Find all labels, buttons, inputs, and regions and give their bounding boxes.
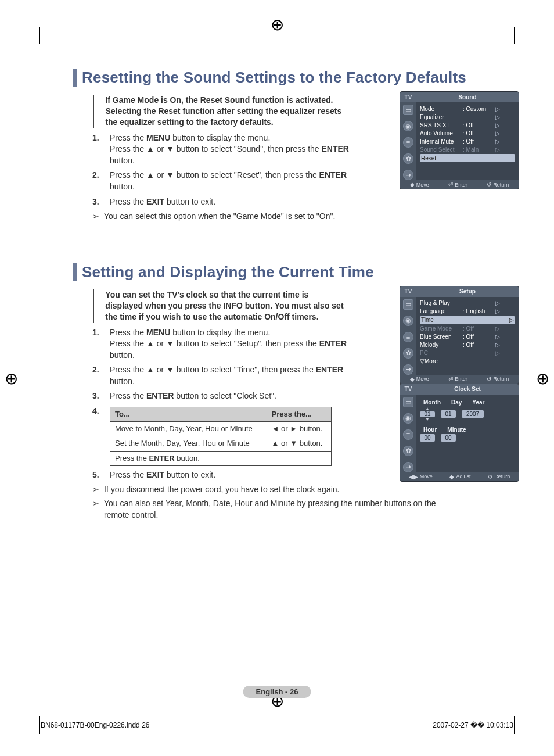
step-number: 1. xyxy=(92,327,110,361)
step-text: Press the EXIT button to exit. xyxy=(110,196,496,208)
clock-label-hour: Hour xyxy=(423,427,437,433)
note-text: If you disconnect the power cord, you ha… xyxy=(104,484,496,496)
note-icon: ➣ xyxy=(92,211,104,223)
osd-icon-column: ▭ ◉ ≡ ✿ ➜ xyxy=(400,297,416,375)
osd-title: Setup xyxy=(416,288,519,295)
clock-label-year: Year xyxy=(472,399,484,406)
osd-title: Clock Set xyxy=(416,386,519,392)
print-footer: BN68-01177B-00Eng-0226.indd 26 2007-02-2… xyxy=(41,721,513,729)
osd-title: Sound xyxy=(416,94,519,101)
osd-row: Equalizer▷ xyxy=(420,113,515,121)
table-header-row: To... Press the... xyxy=(110,407,332,422)
note-row: ➣ If you disconnect the power cord, you … xyxy=(92,484,496,496)
osd-row-more: ▽More xyxy=(420,357,515,366)
heading-accent xyxy=(73,69,77,87)
osd-tv-label: TV xyxy=(400,288,416,295)
step-number: 3. xyxy=(92,390,110,402)
clock-values-row: 00 00 xyxy=(420,434,515,442)
table-row: Press the ENTER button. xyxy=(110,451,332,465)
step-number: 3. xyxy=(92,196,110,208)
osd-list: Plug & Play▷ Language: English▷ Time▷ Ga… xyxy=(416,297,519,375)
osd-row: Mode: Custom▷ xyxy=(420,105,515,113)
osd-foot-move: ◆Move xyxy=(410,376,429,382)
osd-list: Mode: Custom▷ Equalizer▷ SRS TS XT: Off▷… xyxy=(416,102,519,180)
enter-icon: ⏎ xyxy=(448,181,453,188)
return-icon: ↺ xyxy=(487,181,491,188)
table-row: Move to Month, Day, Year, Hou or Minute … xyxy=(110,422,332,436)
section-heading: Setting and Displaying the Current Time xyxy=(73,263,496,281)
crop-line xyxy=(39,27,40,44)
clock-value-year: 2007 xyxy=(462,410,484,418)
clock-values-row: ▲01▼ 01 2007 xyxy=(420,407,515,422)
page-number-pill: English - 26 xyxy=(243,686,311,698)
osd-foot-enter: ⏎Enter xyxy=(448,376,467,382)
osd-icon-column: ▭ ◉ ≡ ✿ ➜ xyxy=(400,395,416,472)
note-icon: ➣ xyxy=(92,484,104,496)
osd-row-selected: Time▷ xyxy=(420,316,515,324)
channel-icon: ≡ xyxy=(403,429,413,440)
clock-label-minute: Minute xyxy=(447,427,466,433)
note-text: You can also set Year, Month, Date, Hour… xyxy=(104,498,496,521)
osd-clock-menu: TV Clock Set ▭ ◉ ≡ ✿ ➜ Month Day Year xyxy=(400,384,519,482)
osd-header: TV Sound xyxy=(400,92,519,102)
clock-label-day: Day xyxy=(451,399,462,406)
note-icon: ➣ xyxy=(92,498,104,521)
section-title: Resetting the Sound Settings to the Fact… xyxy=(82,69,466,87)
osd-header: TV Clock Set xyxy=(400,384,519,395)
osd-row: Language: English▷ xyxy=(420,307,515,316)
picture-icon: ▭ xyxy=(403,105,413,115)
picture-icon: ▭ xyxy=(403,397,413,407)
osd-tv-label: TV xyxy=(400,386,416,392)
clock-labels-row: Month Day Year xyxy=(420,399,515,406)
osd-header: TV Setup xyxy=(400,286,519,297)
updown-icon: ◆ xyxy=(410,181,415,188)
registration-mark-left: ⊕ xyxy=(5,368,18,388)
registration-mark-right: ⊕ xyxy=(536,368,549,388)
osd-row: Internal Mute: Off▷ xyxy=(420,137,515,145)
return-icon: ↺ xyxy=(488,474,492,480)
return-icon: ↺ xyxy=(487,376,491,382)
table-cell: ▲ or ▼ button. xyxy=(267,436,331,451)
section-heading: Resetting the Sound Settings to the Fact… xyxy=(73,69,496,87)
channel-icon: ≡ xyxy=(403,137,413,148)
step-number: 4. xyxy=(92,406,110,466)
osd-row: Melody: Off▷ xyxy=(420,341,515,349)
clock-labels-row: Hour Minute xyxy=(420,427,515,433)
table-header: Press the... xyxy=(267,407,331,422)
clock-adjust-arrows: ▲01▼ xyxy=(420,407,435,422)
osd-row: Auto Volume: Off▷ xyxy=(420,129,515,137)
osd-row: SRS TS XT: Off▷ xyxy=(420,121,515,129)
step-item: 3. Press the EXIT button to exit. xyxy=(92,196,496,208)
input-icon: ➜ xyxy=(403,462,413,472)
osd-foot-adjust: ◆Adjust xyxy=(449,474,470,480)
osd-row-selected: Reset xyxy=(420,154,515,162)
osd-foot-return: ↺Return xyxy=(487,181,509,188)
input-icon: ➜ xyxy=(403,364,413,375)
clock-value-minute: 00 xyxy=(441,434,456,442)
note-text: You can select this option when the "Gam… xyxy=(104,211,496,223)
osd-footer: ◆Move ⏎Enter ↺Return xyxy=(400,375,519,384)
osd-sound-menu: TV Sound ▭ ◉ ≡ ✿ ➜ Mode: Custom▷ Equaliz… xyxy=(400,91,519,189)
osd-row: Blue Screen: Off▷ xyxy=(420,333,515,341)
channel-icon: ≡ xyxy=(403,332,413,342)
osd-row-disabled: PC▷ xyxy=(420,349,515,357)
intro-block: You can set the TV's clock so that the c… xyxy=(93,289,345,323)
instruction-table: To... Press the... Move to Month, Day, Y… xyxy=(110,407,332,466)
osd-row: Plug & Play▷ xyxy=(420,299,515,307)
table-row: Set the Month, Day, Year, Hou or Minute … xyxy=(110,436,332,451)
osd-row-disabled: Sound Select: Main▷ xyxy=(420,145,515,153)
setup-icon: ✿ xyxy=(403,446,413,456)
osd-foot-return: ↺Return xyxy=(487,376,509,382)
heading-accent xyxy=(73,263,77,281)
sound-icon: ◉ xyxy=(403,413,413,424)
table-cell: Set the Month, Day, Year, Hou or Minute xyxy=(110,436,267,451)
enter-icon: ⏎ xyxy=(448,376,453,382)
osd-footer: ◆Move ⏎Enter ↺Return xyxy=(400,180,519,189)
clock-value-hour: 00 xyxy=(420,434,435,442)
step-number: 2. xyxy=(92,170,110,192)
intro-block: If Game Mode is On, the Reset Sound func… xyxy=(93,95,345,128)
crop-line xyxy=(39,716,40,734)
sound-icon: ◉ xyxy=(403,316,413,326)
crop-line xyxy=(514,27,515,44)
intro-text: You can set the TV's clock so that the c… xyxy=(105,289,345,323)
